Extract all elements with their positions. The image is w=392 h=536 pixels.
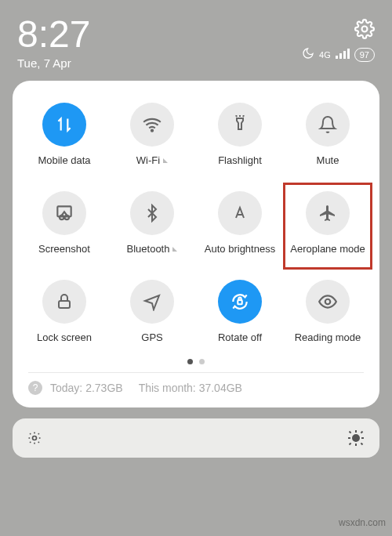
tile-lock-screen[interactable]: Lock screen xyxy=(20,272,108,357)
svg-line-24 xyxy=(38,433,39,434)
svg-line-22 xyxy=(38,442,39,443)
dnd-moon-icon xyxy=(302,47,314,62)
usage-today: Today: 2.73GB xyxy=(50,382,123,394)
lock-icon xyxy=(42,280,86,324)
airplane-icon xyxy=(306,191,350,235)
tile-label: Lock screen xyxy=(37,331,92,343)
brightness-low-icon xyxy=(27,430,42,446)
eye-icon xyxy=(306,280,350,324)
tile-auto-brightness[interactable]: Auto brightness xyxy=(196,183,284,269)
tile-bluetooth[interactable]: Bluetooth xyxy=(108,183,196,269)
tile-label: Mute xyxy=(317,154,339,166)
svg-line-32 xyxy=(350,443,351,444)
tile-label: Reading mode xyxy=(295,331,361,343)
signal-bars-icon xyxy=(336,48,350,61)
svg-line-33 xyxy=(361,432,362,433)
tile-label: Flashlight xyxy=(218,154,262,166)
clock-block: 8:27 Tue, 7 Apr xyxy=(17,16,90,70)
tile-aeroplane-mode[interactable]: Aeroplane mode xyxy=(284,183,372,269)
svg-line-31 xyxy=(361,443,362,444)
usage-month: This month: 37.04GB xyxy=(139,382,242,394)
brightness-slider[interactable] xyxy=(13,418,379,458)
svg-point-5 xyxy=(151,130,153,132)
divider xyxy=(28,372,364,373)
svg-rect-3 xyxy=(343,51,346,59)
screenshot-icon xyxy=(42,191,86,235)
svg-line-30 xyxy=(350,432,351,433)
rotation-lock-icon xyxy=(218,280,262,324)
svg-line-23 xyxy=(30,442,31,443)
tile-label: Rotate off xyxy=(218,331,262,343)
mobile-data-icon xyxy=(42,103,86,147)
expand-indicator-icon xyxy=(163,158,168,163)
svg-rect-4 xyxy=(347,49,350,59)
svg-rect-1 xyxy=(336,56,338,59)
svg-point-11 xyxy=(65,215,69,219)
svg-rect-14 xyxy=(238,300,241,304)
clock-date: Tue, 7 Apr xyxy=(17,56,90,70)
battery-indicator: 97 xyxy=(354,48,375,62)
page-dot xyxy=(187,359,193,364)
watermark: wsxdn.com xyxy=(339,517,386,528)
svg-line-8 xyxy=(243,115,244,117)
tile-flashlight[interactable]: Flashlight xyxy=(196,95,284,180)
status-icons: 4G 97 xyxy=(302,47,375,62)
tile-screenshot[interactable]: Screenshot xyxy=(20,183,108,269)
bluetooth-icon xyxy=(130,191,174,235)
svg-rect-2 xyxy=(339,53,342,59)
quick-settings-grid: Mobile data Wi-Fi Flashlight Mute Screen xyxy=(20,95,372,357)
clock-time: 8:27 xyxy=(17,16,90,53)
location-arrow-icon xyxy=(130,280,174,324)
svg-point-25 xyxy=(353,435,359,441)
tile-label: Bluetooth xyxy=(127,243,178,255)
tile-rotate-off[interactable]: Rotate off xyxy=(196,272,284,357)
tile-label: Mobile data xyxy=(38,154,90,166)
tile-label: Screenshot xyxy=(38,243,90,255)
tile-gps[interactable]: GPS xyxy=(108,272,196,357)
tile-wifi[interactable]: Wi-Fi xyxy=(108,95,196,180)
expand-indicator-icon xyxy=(172,247,177,252)
svg-point-10 xyxy=(60,215,64,219)
tile-mobile-data[interactable]: Mobile data xyxy=(20,95,108,180)
page-indicator xyxy=(20,357,372,372)
svg-rect-13 xyxy=(59,301,70,308)
wifi-icon xyxy=(130,103,174,147)
flashlight-icon xyxy=(218,103,262,147)
brightness-high-icon xyxy=(347,429,365,447)
tile-label: GPS xyxy=(141,331,162,343)
tile-reading-mode[interactable]: Reading mode xyxy=(284,272,372,357)
tile-label: Aeroplane mode xyxy=(290,243,365,255)
svg-line-7 xyxy=(236,115,237,117)
svg-line-21 xyxy=(30,433,31,434)
info-help-icon: ? xyxy=(28,381,42,395)
settings-gear-icon[interactable] xyxy=(354,19,375,39)
status-bar: 8:27 Tue, 7 Apr 4G 97 xyxy=(0,0,392,76)
page-dot xyxy=(199,359,205,364)
svg-point-15 xyxy=(325,299,331,305)
data-usage-row[interactable]: ? Today: 2.73GB This month: 37.04GB xyxy=(20,381,372,400)
svg-point-0 xyxy=(362,27,368,32)
network-type-badge: 4G xyxy=(319,50,331,60)
tile-mute[interactable]: Mute xyxy=(284,95,372,180)
svg-point-16 xyxy=(33,436,37,440)
tile-label: Auto brightness xyxy=(205,243,275,255)
auto-brightness-icon xyxy=(218,191,262,235)
bell-icon xyxy=(306,103,350,147)
quick-settings-panel: Mobile data Wi-Fi Flashlight Mute Screen xyxy=(13,81,379,407)
tile-label: Wi-Fi xyxy=(136,154,168,166)
